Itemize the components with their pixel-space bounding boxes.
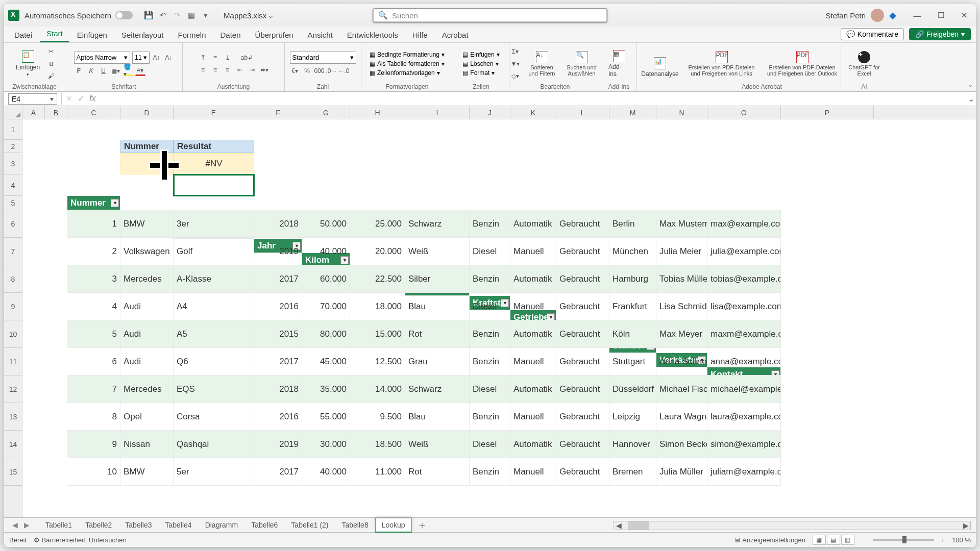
filter-icon[interactable]: ▾ [111, 199, 119, 207]
align-right-icon[interactable]: ≡ [223, 65, 233, 75]
cell[interactable]: Köln [609, 320, 656, 348]
cell[interactable]: 35.000 [302, 375, 350, 403]
cell[interactable]: 45.000 [302, 348, 350, 375]
cell[interactable]: 9 [67, 431, 120, 458]
account-button[interactable]: Stefan Petri ◆ [826, 4, 896, 27]
share-button[interactable]: 🔗 Freigeben ▾ [909, 28, 971, 40]
name-box[interactable]: E4▾ [8, 93, 57, 105]
cell[interactable]: 3er [174, 210, 254, 238]
cell[interactable]: tobias@example.com [707, 265, 781, 293]
save-icon[interactable]: 💾 [144, 11, 153, 20]
cell[interactable]: Gebraucht [556, 320, 609, 348]
data-analysis-button[interactable]: 📊Datenanalyse [638, 56, 681, 79]
cell[interactable]: 9.500 [350, 403, 405, 431]
cell[interactable]: Rot [405, 320, 470, 348]
row-header-13[interactable]: 13 [4, 403, 22, 431]
cell[interactable]: 2016 [254, 293, 302, 320]
tab-entwicklertools[interactable]: Entwicklertools [341, 28, 404, 42]
cell[interactable]: 2019 [254, 238, 302, 265]
cell[interactable]: simon@example.com [707, 431, 781, 458]
cell[interactable]: Automatik [510, 265, 556, 293]
cell[interactable]: Mercedes [120, 265, 174, 293]
currency-icon[interactable]: €▾ [290, 66, 300, 76]
font-name-select[interactable]: Aptos Narrow▾ [74, 52, 130, 64]
cell[interactable]: Automatik [510, 375, 556, 403]
cell[interactable]: 60.000 [302, 265, 350, 293]
autosave-toggle[interactable]: Automatisches Speichern [24, 11, 133, 20]
cell[interactable]: Corsa [174, 403, 254, 431]
cell[interactable]: Benzin [470, 320, 510, 348]
col-header-K[interactable]: K [510, 106, 556, 119]
cell[interactable]: Schwarz [405, 210, 470, 238]
cell[interactable]: 18.500 [350, 431, 405, 458]
cell[interactable]: Audi [120, 348, 174, 375]
col-header-N[interactable]: N [656, 106, 707, 119]
cell[interactable]: 2018 [254, 375, 302, 403]
cell[interactable]: Leipzig [609, 403, 656, 431]
zoom-slider[interactable] [873, 539, 934, 541]
cell[interactable]: 4 [67, 293, 120, 320]
cell[interactable]: #NV [174, 153, 254, 174]
insert-cells-button[interactable]: ▤ Einfügen ▾ [462, 51, 499, 58]
tab-seitenlayout[interactable]: Seitenlayout [115, 28, 170, 42]
close-button[interactable]: ✕ [952, 4, 976, 27]
cell[interactable]: Michael Fisc [656, 375, 707, 403]
row-header-2[interactable]: 2 [4, 140, 22, 153]
cell[interactable]: Automatik [510, 210, 556, 238]
cell[interactable]: anna@example.com [707, 348, 781, 375]
cell[interactable]: Benzin [470, 348, 510, 375]
shrink-font-icon[interactable]: A↓ [164, 53, 174, 63]
cell[interactable]: Benzin [470, 265, 510, 293]
cell[interactable]: Max Mustern [656, 210, 707, 238]
cell[interactable]: 40.000 [302, 458, 350, 486]
wrap-text-icon[interactable]: ab↲ [242, 53, 252, 63]
spreadsheet-grid[interactable]: ABCDEFGHIJKLMNOP 123456789101112131415 N… [4, 106, 976, 517]
enter-formula-icon[interactable]: ✔ [78, 94, 84, 104]
cell[interactable]: Blau [405, 403, 470, 431]
dec-decimal-icon[interactable]: ←.0 [339, 66, 349, 76]
redo-icon[interactable]: ↷ [173, 11, 182, 20]
cell[interactable]: 25.000 [350, 210, 405, 238]
clear-icon[interactable]: ◇▾ [510, 71, 521, 81]
cell[interactable]: 2017 [254, 265, 302, 293]
fill-color-icon[interactable]: 🪣▾ [123, 66, 133, 76]
cell[interactable]: A4 [174, 293, 254, 320]
sheet-tab[interactable]: Tabelle2 [79, 518, 118, 532]
cell[interactable]: 40.000 [302, 238, 350, 265]
cell[interactable]: Gebraucht [556, 431, 609, 458]
cell[interactable]: A5 [174, 320, 254, 348]
acrobat-pdf-link-button[interactable]: PDFErstellen von PDF-Dateien und Freigeb… [683, 50, 761, 78]
cell[interactable]: 80.000 [302, 320, 350, 348]
collapse-ribbon-icon[interactable]: ⌄ [968, 81, 973, 88]
cell[interactable]: maxm@example.com [707, 320, 781, 348]
grow-font-icon[interactable]: A↑ [152, 53, 162, 63]
cell[interactable]: Volkswagen [120, 238, 174, 265]
row-header-12[interactable]: 12 [4, 375, 22, 403]
cell[interactable]: Laura Wagne [656, 403, 707, 431]
cell[interactable] [174, 174, 254, 196]
cell[interactable]: Stuttgart [609, 348, 656, 375]
delete-cells-button[interactable]: ▤ Löschen ▾ [462, 60, 498, 67]
cell[interactable]: A-Klasse [174, 265, 254, 293]
sheet-nav-prev[interactable]: ◀ [9, 521, 21, 529]
paste-button[interactable]: 📋Einfügen▾ [13, 49, 43, 78]
maximize-button[interactable]: ☐ [929, 4, 952, 27]
col-header-D[interactable]: D [120, 106, 174, 119]
view-pagelayout-icon[interactable]: ▤ [827, 535, 840, 545]
diamond-icon[interactable]: ◆ [889, 10, 896, 21]
percent-icon[interactable]: % [302, 66, 312, 76]
row-header-5[interactable]: 5 [4, 196, 22, 210]
sort-filter-button[interactable]: A↓Sortieren und Filtern [524, 50, 560, 78]
cell[interactable]: Schwarz [405, 375, 470, 403]
cell[interactable]: Weiß [405, 238, 470, 265]
cell[interactable]: Q6 [174, 348, 254, 375]
find-select-button[interactable]: 🔍Suchen und Auswählen [564, 50, 600, 78]
tab-datei[interactable]: Datei [8, 28, 38, 42]
cell[interactable]: Diesel [470, 431, 510, 458]
minimize-button[interactable]: — [905, 4, 929, 27]
cell[interactable]: 2017 [254, 458, 302, 486]
tab-ansicht[interactable]: Ansicht [302, 28, 339, 42]
cell[interactable]: 7 [67, 375, 120, 403]
cell[interactable]: Diesel [470, 238, 510, 265]
zoom-level[interactable]: 100 % [952, 536, 971, 544]
